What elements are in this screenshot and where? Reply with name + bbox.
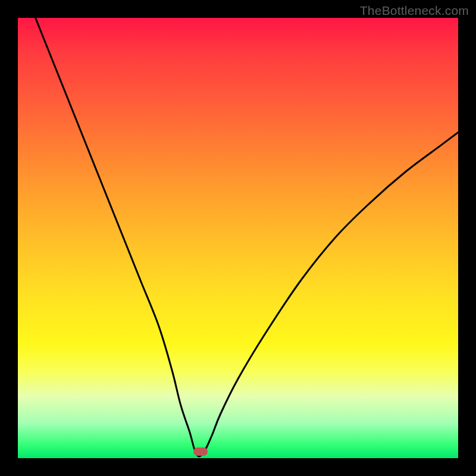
plot-area xyxy=(18,18,458,458)
bottleneck-curve xyxy=(18,18,458,458)
bottleneck-marker xyxy=(193,447,208,456)
chart-frame: TheBottleneck.com xyxy=(0,0,476,476)
watermark-text: TheBottleneck.com xyxy=(360,4,469,18)
